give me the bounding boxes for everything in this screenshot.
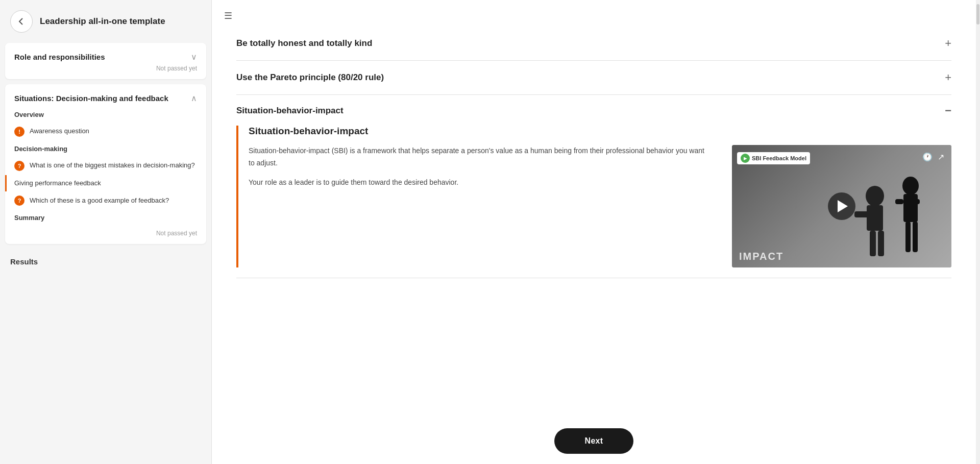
sbi-expanded-content: Situation-behavior-impact Situation-beha… [236, 126, 951, 267]
main-content: ☰ Be totally honest and totally kind + U… [212, 0, 976, 464]
content-body: Be totally honest and totally kind + Use… [212, 21, 976, 418]
svg-rect-6 [903, 194, 918, 222]
sbi-paragraph-2: Your role as a leader is to guide them t… [249, 177, 712, 189]
results-item[interactable]: Results [0, 249, 211, 274]
section-situations: Situations: Decision-making and feedback… [5, 84, 206, 244]
nav-item-overview[interactable]: Overview [5, 107, 206, 123]
nav-item-mistakes[interactable]: ? What is one of the biggest mistakes in… [5, 157, 206, 175]
svg-rect-7 [905, 222, 911, 252]
awareness-badge: ! [14, 127, 24, 137]
video-clock-icon[interactable]: 🕐 [922, 152, 933, 162]
video-thumbnail[interactable]: ▶ SBI Feedback Model 🕐 ↗ IMPACT [732, 145, 951, 267]
section-role-responsibilities: Role and responsibilities ∨ Not passed y… [5, 43, 206, 79]
accordion-sbi-collapse-icon: − [945, 105, 951, 116]
accordion-pareto-title: Use the Pareto principle (80/20 rule) [236, 72, 384, 83]
nav-item-summary[interactable]: Summary [5, 210, 206, 226]
svg-rect-10 [912, 199, 920, 204]
feedback-label: Giving performance feedback [14, 179, 197, 188]
svg-point-0 [866, 186, 884, 206]
scrollbar-thumb [976, 4, 979, 25]
accordion-honest: Be totally honest and totally kind + [236, 27, 951, 61]
svg-rect-1 [867, 205, 883, 231]
nav-item-awareness[interactable]: ! Awareness question [5, 123, 206, 141]
sidebar-title: Leadership all-in-one template [40, 16, 165, 27]
nav-items: Overview ! Awareness question Decision-m… [5, 107, 206, 230]
sbi-title: Situation-behavior-impact [249, 126, 951, 137]
next-button-container: Next [212, 418, 976, 464]
example-badge: ? [14, 196, 24, 206]
section-role-status: Not passed yet [5, 65, 206, 79]
video-controls: 🕐 ↗ [922, 152, 944, 162]
chevron-down-icon: ∨ [191, 52, 197, 62]
accordion-pareto-header[interactable]: Use the Pareto principle (80/20 rule) + [236, 71, 951, 84]
sbi-text-block: Situation-behavior-impact (SBI) is a fra… [249, 145, 712, 196]
example-label: Which of these is a good example of feed… [30, 197, 197, 205]
accordion-honest-header[interactable]: Be totally honest and totally kind + [236, 37, 951, 50]
accordion-pareto: Use the Pareto principle (80/20 rule) + [236, 61, 951, 95]
chevron-up-icon: ∧ [191, 93, 197, 103]
nav-item-decision[interactable]: Decision-making [5, 141, 206, 157]
section-situations-title: Situations: Decision-making and feedback [14, 93, 187, 104]
svg-rect-3 [878, 231, 884, 256]
back-button[interactable] [10, 10, 33, 33]
play-triangle-icon [838, 200, 848, 212]
svg-rect-4 [854, 211, 875, 217]
sidebar-header: Leadership all-in-one template [0, 0, 211, 43]
nav-item-giving-feedback[interactable]: Giving performance feedback [5, 175, 206, 192]
sidebar: Leadership all-in-one template Role and … [0, 0, 212, 464]
svg-rect-9 [895, 199, 903, 204]
video-share-icon[interactable]: ↗ [938, 152, 944, 162]
scrollbar [976, 0, 980, 464]
hamburger-menu-icon[interactable]: ☰ [212, 0, 976, 21]
accordion-sbi: Situation-behavior-impact − Situation-be… [236, 95, 951, 278]
accordion-honest-expand-icon: + [945, 37, 951, 50]
svg-point-5 [902, 177, 919, 195]
svg-rect-8 [913, 222, 918, 252]
accordion-pareto-expand-icon: + [945, 71, 951, 84]
section-situations-header[interactable]: Situations: Decision-making and feedback… [5, 84, 206, 107]
accordion-sbi-header[interactable]: Situation-behavior-impact − [236, 105, 951, 116]
video-impact-label: IMPACT [739, 251, 783, 262]
svg-rect-2 [870, 231, 876, 256]
next-button[interactable]: Next [554, 428, 634, 454]
sbi-body: Situation-behavior-impact (SBI) is a fra… [249, 145, 951, 267]
video-title: SBI Feedback Model [752, 155, 806, 161]
awareness-label: Awareness question [30, 127, 197, 136]
video-logo: ▶ [741, 154, 750, 163]
accordion-honest-title: Be totally honest and totally kind [236, 38, 372, 48]
sbi-paragraph-1: Situation-behavior-impact (SBI) is a fra… [249, 145, 712, 169]
video-label: ▶ SBI Feedback Model [737, 152, 810, 164]
section-role-header[interactable]: Role and responsibilities ∨ [5, 43, 206, 65]
nav-item-good-example[interactable]: ? Which of these is a good example of fe… [5, 191, 206, 210]
accordion-sbi-title-header: Situation-behavior-impact [236, 106, 344, 116]
video-play-button[interactable] [828, 192, 855, 220]
section-role-title: Role and responsibilities [14, 53, 187, 61]
section-situations-status: Not passed yet [5, 230, 206, 244]
mistakes-label: What is one of the biggest mistakes in d… [30, 161, 197, 170]
mistakes-badge: ? [14, 161, 24, 171]
